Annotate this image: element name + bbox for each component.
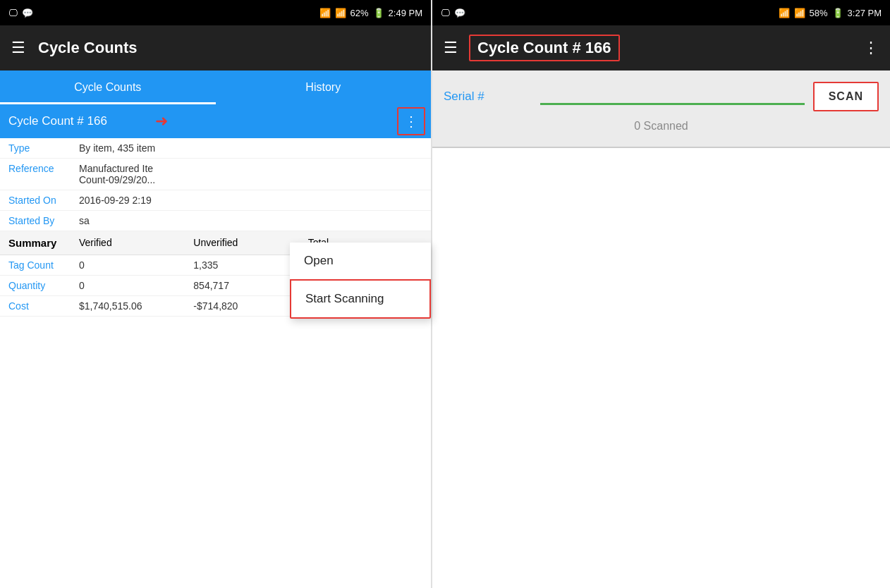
- serial-input-wrapper: [540, 89, 805, 105]
- right-content-area: [432, 148, 890, 588]
- dropdown-start-scanning-item[interactable]: Start Scanning: [290, 279, 431, 319]
- cost-label: Cost: [8, 300, 79, 312]
- right-status-icons-left: 🖵 💬: [441, 8, 465, 18]
- left-app-title: Cycle Counts: [38, 39, 138, 57]
- tag-count-verified: 0: [79, 259, 193, 271]
- left-panel: 🖵 💬 📶 📶 62% 🔋 2:49 PM ☰ Cycle Counts Cyc…: [0, 0, 431, 588]
- reference-label: Reference: [8, 163, 79, 174]
- right-more-icon[interactable]: ⋮: [863, 39, 879, 57]
- arrow-icon: ➜: [155, 112, 168, 130]
- scanned-count: 0 Scanned: [444, 117, 879, 135]
- reference-value: Manufactured IteCount-09/29/20...: [79, 163, 422, 185]
- cycle-count-list-item[interactable]: Cycle Count # 166 ➜ ⋮: [0, 104, 431, 138]
- started-by-value: sa: [79, 215, 422, 226]
- scan-input-row: Serial # SCAN: [444, 82, 879, 111]
- type-label: Type: [8, 142, 79, 154]
- detail-type-row: Type By item, 435 item: [0, 138, 431, 159]
- serial-label: Serial #: [444, 90, 532, 104]
- cost-verified: $1,740,515.06: [79, 300, 193, 312]
- right-notification-icon: 🖵: [441, 8, 450, 18]
- started-on-label: Started On: [8, 195, 79, 206]
- right-panel: 🖵 💬 📶 📶 58% 🔋 3:27 PM ☰ Cycle Count # 16…: [432, 0, 890, 588]
- summary-col0-header: Summary: [8, 237, 79, 249]
- serial-underline: [540, 103, 805, 105]
- detail-reference-row: Reference Manufactured IteCount-09/29/20…: [0, 159, 431, 190]
- right-battery-icon: 🔋: [832, 8, 843, 18]
- right-app-title-box: Cycle Count # 166: [469, 35, 620, 61]
- chat-icon: 💬: [22, 8, 33, 18]
- notification-icon: 🖵: [8, 8, 18, 18]
- scan-button[interactable]: SCAN: [813, 82, 879, 111]
- started-by-label: Started By: [8, 215, 79, 226]
- three-dots-button[interactable]: ⋮: [397, 107, 425, 135]
- cycle-count-title: Cycle Count # 166: [8, 114, 107, 128]
- right-app-title: Cycle Count # 166: [477, 39, 611, 56]
- right-status-bar: 🖵 💬 📶 📶 58% 🔋 3:27 PM: [432, 0, 890, 25]
- scan-area: Serial # SCAN 0 Scanned: [432, 71, 890, 148]
- left-status-icons-left: 🖵 💬: [8, 8, 33, 18]
- type-value: By item, 435 item: [79, 142, 422, 154]
- tab-cycle-counts[interactable]: Cycle Counts: [0, 71, 216, 104]
- left-status-bar: 🖵 💬 📶 📶 62% 🔋 2:49 PM: [0, 0, 431, 25]
- right-chat-icon: 💬: [454, 8, 465, 18]
- detail-area: Type By item, 435 item Reference Manufac…: [0, 138, 431, 588]
- serial-input[interactable]: [540, 89, 805, 102]
- tab-history[interactable]: History: [216, 71, 432, 104]
- right-time: 3:27 PM: [848, 8, 882, 18]
- left-battery: 62%: [350, 8, 369, 18]
- started-on-value: 2016-09-29 2:19: [79, 195, 422, 206]
- detail-started-by-row: Started By sa: [0, 211, 431, 231]
- left-app-bar: ☰ Cycle Counts: [0, 25, 431, 71]
- quantity-verified: 0: [79, 280, 193, 291]
- right-signal-icon: 📶: [794, 8, 805, 18]
- battery-icon: 🔋: [373, 8, 384, 18]
- detail-started-on-row: Started On 2016-09-29 2:19: [0, 190, 431, 211]
- signal-icon: 📶: [335, 8, 346, 18]
- right-app-bar: ☰ Cycle Count # 166 ⋮: [432, 25, 890, 71]
- summary-col1-header: Verified: [79, 237, 193, 249]
- dropdown-menu: Open Start Scanning: [290, 243, 431, 319]
- quantity-label: Quantity: [8, 280, 79, 291]
- left-hamburger-menu[interactable]: ☰: [11, 40, 25, 56]
- left-tab-bar: Cycle Counts History: [0, 71, 431, 104]
- tag-count-label: Tag Count: [8, 259, 79, 271]
- wifi-icon: 📶: [319, 8, 331, 18]
- right-battery: 58%: [810, 8, 828, 18]
- dropdown-open-item[interactable]: Open: [290, 243, 431, 279]
- right-wifi-icon: 📶: [779, 8, 790, 18]
- left-time: 2:49 PM: [389, 8, 422, 18]
- right-hamburger-menu[interactable]: ☰: [444, 40, 458, 56]
